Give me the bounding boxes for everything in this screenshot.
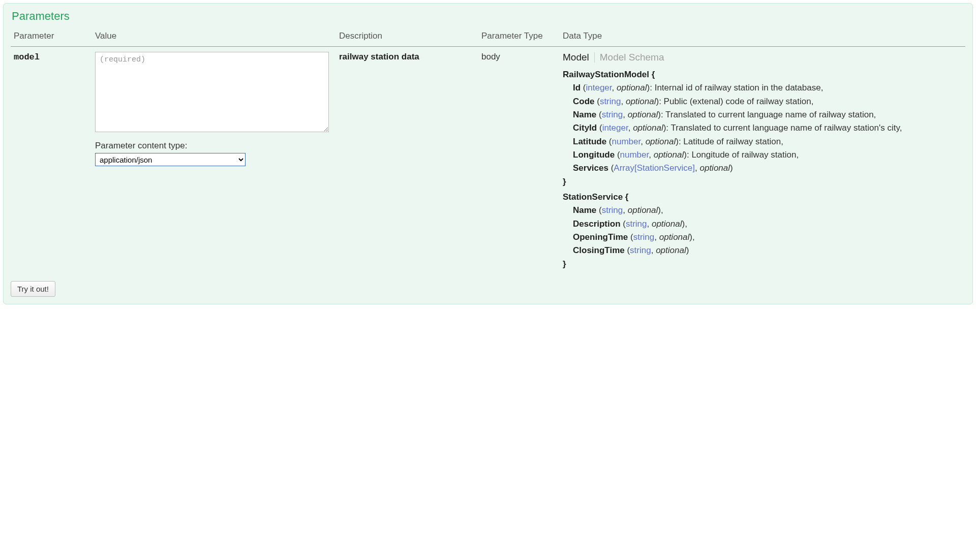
prop-optional: optional [626, 97, 656, 106]
model-prop: Code (string, optional): Public (extenal… [573, 95, 962, 108]
prop-name: Id [573, 83, 581, 92]
col-header-description: Description [336, 27, 478, 47]
model-prop: Longitude (number, optional): Longitude … [573, 148, 962, 162]
prop-desc: : Translated to current language name of… [661, 110, 876, 119]
prop-optional: optional [617, 83, 647, 92]
prop-optional: optional [659, 232, 690, 242]
try-it-out-button[interactable]: Try it out! [11, 281, 55, 297]
model-prop: ClosingTime (string, optional) [573, 244, 962, 257]
param-name: model [14, 52, 40, 62]
prop-optional: optional [656, 245, 686, 255]
parameters-table: Parameter Value Description Parameter Ty… [11, 27, 965, 274]
model-stationservice-close: } [563, 258, 962, 271]
table-row: model Parameter content type: applicatio… [11, 47, 965, 274]
tab-model-schema[interactable]: Model Schema [600, 52, 664, 63]
prop-name: ClosingTime [573, 245, 625, 255]
prop-type: string [600, 97, 621, 106]
param-type: body [481, 52, 500, 61]
model-prop: Latitude (number, optional): Latitude of… [573, 135, 962, 148]
prop-name: Longitude [573, 150, 615, 160]
prop-type: integer [602, 123, 628, 133]
prop-name: Latitude [573, 137, 606, 146]
prop-optional: optional [652, 219, 682, 229]
model-prop: Id (integer, optional): Internal id of r… [573, 81, 962, 95]
prop-name: Description [573, 219, 621, 229]
content-type-label: Parameter content type: [95, 141, 333, 151]
prop-type: string [602, 110, 623, 119]
model-prop: Description (string, optional), [573, 217, 962, 231]
prop-desc: : Internal id of railway station in the … [650, 83, 823, 92]
prop-type: string [633, 232, 655, 242]
prop-type: string [602, 205, 623, 215]
col-header-value: Value [92, 27, 336, 47]
model-prop: Name (string, optional): Translated to c… [573, 108, 962, 121]
body-textarea[interactable] [95, 52, 329, 132]
prop-name: Services [573, 163, 608, 173]
model-prop: OpeningTime (string, optional), [573, 231, 962, 244]
prop-optional: optional [654, 150, 684, 160]
prop-name: OpeningTime [573, 232, 628, 242]
prop-type: Array[StationService] [614, 163, 695, 173]
prop-type: integer [586, 83, 612, 92]
prop-type: number [612, 137, 641, 146]
prop-optional: optional [628, 110, 658, 119]
col-header-parameter: Parameter [11, 27, 92, 47]
section-title: Parameters [12, 10, 965, 23]
model-stationservice-open: StationService { [563, 191, 962, 204]
model-railwaystationmodel-close: } [563, 175, 962, 189]
prop-type: string [630, 245, 651, 255]
col-header-parameter-type: Parameter Type [478, 27, 560, 47]
model-stationservice-props: Name (string, optional),Description (str… [563, 204, 962, 257]
prop-name: Name [573, 110, 596, 119]
prop-optional: optional [633, 123, 663, 133]
model-definition: RailwayStationModel { Id (integer, optio… [563, 68, 962, 271]
prop-desc: : Longitude of railway station, [687, 150, 799, 160]
prop-optional: optional [699, 163, 730, 173]
prop-desc: : Translated to current language name of… [666, 123, 902, 133]
model-railwaystationmodel-props: Id (integer, optional): Internal id of r… [563, 81, 962, 175]
tab-model[interactable]: Model [563, 52, 589, 63]
parameters-panel: Parameters Parameter Value Description P… [3, 3, 973, 304]
col-header-data-type: Data Type [560, 27, 965, 47]
prop-desc: : Latitude of railway station, [679, 137, 783, 146]
model-prop: Name (string, optional), [573, 204, 962, 217]
tab-separator [594, 52, 595, 63]
prop-type: string [626, 219, 647, 229]
model-prop: Services (Array[StationService], optiona… [573, 162, 962, 175]
content-type-select[interactable]: application/json [95, 153, 246, 166]
prop-optional: optional [628, 205, 658, 215]
prop-name: Name [573, 205, 596, 215]
prop-type: number [620, 150, 649, 160]
prop-name: Code [573, 97, 595, 106]
prop-optional: optional [646, 137, 676, 146]
prop-name: CityId [573, 123, 597, 133]
datatype-tabs: Model Model Schema [563, 52, 962, 63]
prop-desc: : Public (extenal) code of railway stati… [659, 97, 813, 106]
model-railwaystationmodel-open: RailwayStationModel { [563, 68, 962, 81]
model-prop: CityId (integer, optional): Translated t… [573, 121, 962, 135]
param-description: railway station data [339, 52, 419, 61]
